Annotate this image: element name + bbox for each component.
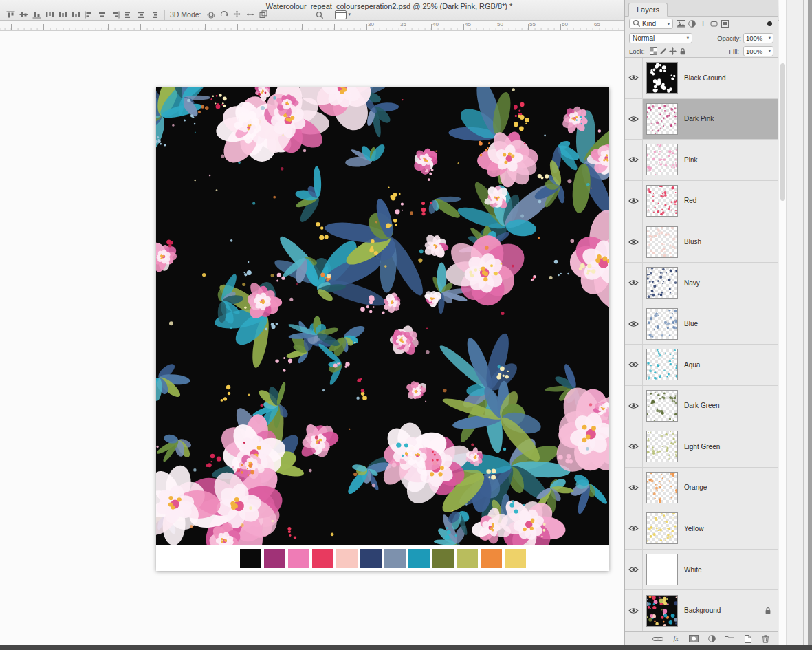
layer-visibility-toggle[interactable] (625, 58, 643, 98)
layer-row-body[interactable]: Orange (643, 468, 778, 508)
canvas-workspace[interactable] (0, 31, 624, 645)
add-layer-mask-icon[interactable] (688, 633, 699, 644)
layer-row-body[interactable]: Aqua (643, 345, 778, 385)
layer-thumbnail[interactable] (646, 103, 678, 135)
layers-tab[interactable]: Layers (628, 3, 668, 17)
blend-mode-dropdown[interactable]: Normal ▾ (629, 33, 692, 43)
layer-row-blue[interactable]: Blue (625, 303, 778, 345)
layer-thumbnail[interactable] (646, 472, 678, 503)
layer-row-yellow[interactable]: Yellow (625, 508, 778, 550)
layer-visibility-toggle[interactable] (625, 508, 643, 549)
layer-visibility-toggle[interactable] (625, 263, 643, 303)
distribute-vertical-centers-icon[interactable] (56, 9, 69, 20)
orbit-3d-icon[interactable] (205, 9, 218, 20)
layer-row-body[interactable]: Red (643, 181, 778, 221)
layer-row-red[interactable]: Red (625, 181, 778, 222)
layer-row-pink[interactable]: Pink (625, 140, 778, 181)
layer-row-dark-green[interactable]: Dark Green (625, 386, 778, 427)
shape-filter-icon[interactable] (708, 19, 719, 29)
layer-row-orange[interactable]: Orange (625, 468, 778, 509)
layer-visibility-toggle[interactable] (625, 303, 643, 344)
distribute-top-edges-icon[interactable] (43, 9, 56, 20)
layer-row-body[interactable]: Background (643, 590, 778, 631)
filter-toggle-icon[interactable] (767, 21, 772, 26)
align-bottom-edges-icon[interactable] (30, 9, 43, 20)
align-horizontal-centers-icon[interactable] (96, 9, 109, 20)
adjustment-filter-icon[interactable] (686, 19, 697, 29)
layer-row-body[interactable]: Light Green (643, 426, 778, 467)
align-top-edges-icon[interactable] (4, 9, 17, 20)
layer-thumbnail[interactable] (646, 226, 678, 258)
layer-thumbnail[interactable] (646, 512, 678, 544)
layer-row-body[interactable]: Black Ground (643, 58, 778, 98)
layer-thumbnail[interactable] (646, 349, 678, 380)
layer-row-white[interactable]: White (625, 550, 778, 591)
layer-visibility-toggle[interactable] (625, 181, 643, 221)
search-icon[interactable] (313, 9, 326, 20)
distribute-horizontal-centers-icon[interactable] (135, 9, 148, 20)
layer-visibility-toggle[interactable] (625, 550, 643, 590)
layer-visibility-toggle[interactable] (625, 99, 643, 140)
layer-row-aqua[interactable]: Aqua (625, 345, 778, 386)
screen-mode-icon[interactable] (334, 9, 347, 20)
new-group-icon[interactable] (724, 633, 735, 644)
kind-filter-dropdown[interactable]: Kind ▾ (629, 19, 673, 29)
align-left-edges-icon[interactable] (83, 9, 96, 20)
layer-visibility-toggle[interactable] (625, 221, 643, 262)
link-layers-icon[interactable] (652, 633, 663, 644)
delete-layer-icon[interactable] (760, 633, 771, 644)
lock-transparent-icon[interactable] (649, 46, 659, 56)
new-layer-icon[interactable] (742, 633, 753, 644)
layer-thumbnail[interactable] (646, 431, 678, 462)
layer-row-light-green[interactable]: Light Green (625, 426, 778, 468)
layer-row-body[interactable]: White (643, 550, 778, 590)
chevron-down-icon[interactable]: ▾ (349, 12, 351, 17)
layer-visibility-toggle[interactable] (625, 468, 643, 508)
layer-row-black-ground[interactable]: Black Ground (625, 58, 778, 99)
layer-row-body[interactable]: Navy (643, 263, 778, 303)
layer-row-body[interactable]: Blue (643, 303, 778, 344)
layer-visibility-toggle[interactable] (625, 426, 643, 467)
lock-move-icon[interactable] (668, 46, 678, 56)
layer-row-dark-pink[interactable]: Dark Pink (625, 99, 778, 140)
layer-thumbnail[interactable] (646, 308, 678, 340)
smart-filter-icon[interactable] (719, 19, 730, 29)
layer-row-background[interactable]: Background (625, 590, 778, 631)
distribute-right-edges-icon[interactable] (148, 9, 161, 20)
layer-visibility-toggle[interactable] (625, 140, 643, 180)
layer-row-body[interactable]: Dark Green (643, 386, 778, 426)
layer-thumbnail[interactable] (646, 62, 678, 94)
layers-scrollbar[interactable] (779, 0, 787, 645)
lock-paint-icon[interactable] (659, 46, 668, 56)
lock-all-icon[interactable] (678, 46, 688, 56)
layer-row-body[interactable]: Yellow (643, 508, 778, 549)
roll-3d-icon[interactable] (218, 9, 231, 20)
layer-row-body[interactable]: Blush (643, 221, 778, 262)
distribute-left-edges-icon[interactable] (122, 9, 135, 20)
layer-row-navy[interactable]: Navy (625, 263, 778, 304)
slide-3d-icon[interactable] (244, 9, 257, 20)
scrollbar-thumb[interactable] (780, 63, 785, 201)
layer-thumbnail[interactable] (646, 595, 678, 627)
layer-row-body[interactable]: Dark Pink (643, 99, 778, 140)
layer-thumbnail[interactable] (646, 144, 678, 175)
layer-thumbnail[interactable] (646, 390, 678, 422)
layer-thumbnail[interactable] (646, 554, 678, 585)
layer-visibility-toggle[interactable] (625, 345, 643, 385)
type-filter-icon[interactable]: T (697, 19, 708, 29)
align-right-edges-icon[interactable] (109, 9, 122, 20)
pan-3d-icon[interactable] (231, 9, 244, 20)
layer-visibility-toggle[interactable] (625, 386, 643, 426)
image-filter-icon[interactable] (675, 19, 686, 29)
distribute-bottom-edges-icon[interactable] (69, 9, 83, 20)
layer-visibility-toggle[interactable] (625, 590, 643, 631)
align-vertical-centers-icon[interactable] (17, 9, 30, 20)
document-canvas[interactable] (156, 87, 609, 571)
new-adjustment-layer-icon[interactable] (706, 633, 717, 644)
layer-thumbnail[interactable] (646, 185, 678, 217)
opacity-field[interactable]: 100% ▾ (743, 33, 773, 43)
layer-row-blush[interactable]: Blush (625, 221, 778, 263)
layer-thumbnail[interactable] (646, 267, 678, 299)
layer-style-icon[interactable]: fx (670, 633, 681, 644)
scale-3d-icon[interactable] (257, 9, 270, 20)
